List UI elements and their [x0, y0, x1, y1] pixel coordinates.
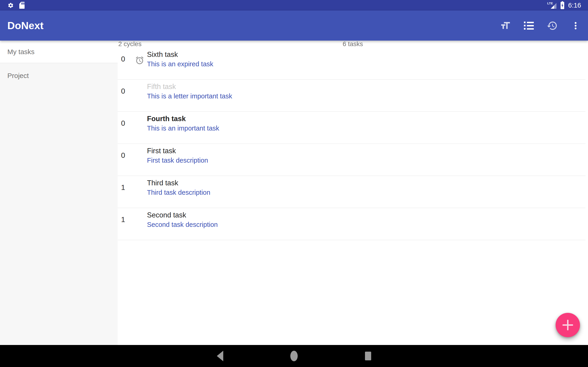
app-body: My tasks Project 2 cycles 6 tasks 0 [0, 41, 588, 345]
alarm-icon [135, 56, 144, 65]
task-text: Sixth task This is an expired task [147, 48, 213, 79]
signal-icon: LTE [547, 2, 556, 9]
task-cycle-count: 1 [118, 176, 131, 208]
list-icon [524, 22, 534, 30]
task-list-panel: 2 cycles 6 tasks 0 Sixth task This is an… [118, 41, 588, 345]
task-row[interactable]: 1 Third task Third task description [118, 176, 586, 208]
sidebar-item-label: My tasks [7, 48, 35, 56]
history-icon [547, 20, 558, 32]
status-bar-left [8, 2, 25, 9]
task-icon-slot [131, 176, 147, 208]
back-icon [217, 351, 223, 361]
task-icon-slot [131, 208, 147, 240]
status-clock: 6:16 [568, 2, 581, 9]
sidebar-item-label: Project [7, 72, 29, 80]
task-cycle-count: 0 [118, 48, 131, 79]
task-title: Fifth task [147, 82, 232, 92]
task-text: Fifth task This is a letter important ta… [147, 80, 232, 111]
overflow-menu-button[interactable] [570, 20, 581, 31]
android-screen: LTE 6:16 DoNext [0, 0, 588, 367]
task-row[interactable]: 0 First task First task description [118, 144, 586, 176]
sidebar: My tasks Project [0, 41, 118, 345]
task-icon-slot [131, 48, 147, 79]
task-cycle-count: 1 [118, 208, 131, 240]
task-description: This is a letter important task [147, 92, 232, 101]
add-task-fab[interactable] [556, 313, 580, 337]
task-description: This is an expired task [147, 59, 213, 69]
recents-icon [365, 352, 371, 360]
task-row[interactable]: 0 Sixth task This is an expired task [118, 48, 586, 80]
task-text: Second task Second task description [147, 208, 218, 240]
task-text: Fourth task This is an important task [147, 112, 219, 144]
task-row[interactable]: 1 Second task Second task description [118, 208, 586, 240]
sdcard-icon [19, 2, 25, 9]
task-icon-slot [131, 144, 147, 176]
task-title: Second task [147, 210, 218, 220]
status-bar: LTE 6:16 [0, 0, 588, 10]
app-bar-actions [487, 20, 588, 31]
task-icon-slot [131, 112, 147, 144]
task-title: Sixth task [147, 50, 213, 59]
task-description: Third task description [147, 188, 210, 197]
task-row[interactable]: 0 Fourth task This is an important task [118, 112, 586, 144]
recents-button[interactable] [363, 345, 373, 367]
task-row[interactable]: 0 Fifth task This is a letter important … [118, 80, 586, 112]
cycles-count-label: 2 cycles [118, 40, 141, 48]
task-description: This is an important task [147, 124, 219, 133]
list-header: 2 cycles 6 tasks [118, 41, 588, 48]
task-cycle-count: 0 [118, 112, 131, 144]
task-text: Third task Third task description [147, 176, 210, 208]
task-description: First task description [147, 156, 208, 165]
back-button[interactable] [215, 345, 225, 367]
task-cycle-count: 0 [118, 80, 131, 111]
status-bar-right: LTE 6:16 [547, 1, 581, 9]
sidebar-item-my-tasks[interactable]: My tasks [0, 41, 118, 63]
task-cycle-count: 0 [118, 144, 131, 176]
navigation-bar [0, 345, 588, 367]
battery-charging-icon [560, 1, 565, 9]
task-title: Fourth task [147, 114, 219, 124]
settings-icon [8, 2, 14, 8]
format-size-icon [500, 20, 511, 32]
home-button[interactable] [288, 345, 300, 367]
sidebar-item-project[interactable]: Project [0, 63, 118, 88]
task-icon-slot [131, 80, 147, 111]
app-title: DoNext [7, 20, 44, 32]
task-text: First task First task description [147, 144, 208, 176]
list-view-button[interactable] [523, 20, 534, 31]
task-description: Second task description [147, 220, 218, 229]
format-size-button[interactable] [500, 20, 511, 31]
task-title: Third task [147, 178, 210, 188]
tasks-count-label: 6 tasks [343, 40, 363, 48]
home-icon [290, 351, 298, 361]
app-bar: DoNext [0, 10, 588, 41]
overflow-menu-icon [570, 20, 581, 31]
task-title: First task [147, 146, 208, 156]
history-button[interactable] [547, 20, 558, 31]
